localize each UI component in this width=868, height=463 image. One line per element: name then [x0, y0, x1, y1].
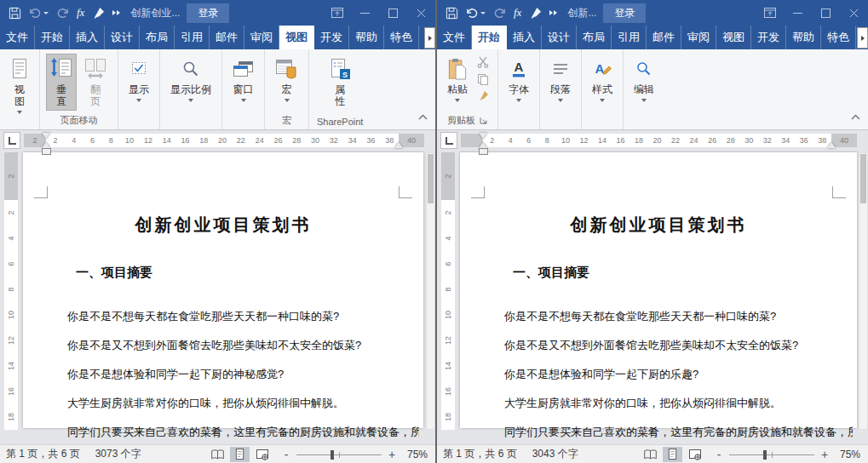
tab-selector[interactable] [3, 132, 20, 149]
zoom-percent[interactable]: 75% [402, 449, 428, 460]
tab-scroll-right-button[interactable] [857, 27, 868, 49]
web-layout-icon[interactable] [685, 447, 704, 462]
menu-tab[interactable]: 引用 [612, 26, 647, 49]
doc-paragraph[interactable]: 同学们只要买来自己喜欢的菜肴，这里有完备的厨房设施和就餐设备，所 [67, 425, 419, 440]
menu-tab[interactable]: 特色 [384, 26, 419, 49]
left-indent-marker[interactable] [42, 148, 51, 155]
format-painter-icon[interactable] [529, 7, 542, 20]
menu-tab[interactable]: 插入 [70, 26, 105, 49]
tab-selector[interactable] [440, 132, 457, 149]
qat-more-icon[interactable] [549, 10, 557, 15]
collapse-ribbon-icon[interactable] [418, 108, 428, 123]
menu-tab[interactable]: 帮助 [786, 26, 821, 49]
close-icon[interactable] [407, 0, 435, 26]
views-button[interactable]: 视图 [6, 54, 33, 117]
redo-icon[interactable] [493, 8, 506, 19]
read-mode-icon[interactable] [641, 447, 660, 462]
doc-paragraph[interactable]: 大学生厨房就非常对你的口味，把你从烦闷徘徊中解脱。 [504, 396, 853, 411]
format-painter-small-icon[interactable] [474, 89, 491, 103]
zoom-slider-thumb[interactable] [763, 450, 767, 460]
zoom-in-button[interactable]: + [820, 448, 829, 461]
document-page[interactable]: 创新创业项目策划书 一、项目摘要 你是不是不想每天都在食堂吃那些天天都一种口味的… [23, 152, 423, 428]
qat-more-icon[interactable] [112, 10, 120, 15]
zoom-slider[interactable] [729, 449, 814, 460]
menu-tab[interactable]: 引用 [175, 26, 210, 49]
menu-tab[interactable]: 邮件 [647, 26, 681, 49]
menu-tab[interactable]: 审阅 [681, 26, 716, 49]
left-indent-marker[interactable] [479, 148, 488, 155]
read-mode-icon[interactable] [208, 447, 227, 462]
save-icon[interactable] [9, 7, 21, 20]
redo-icon[interactable] [56, 8, 69, 19]
paragraph-button[interactable]: 段落 [546, 54, 575, 105]
doc-heading-text[interactable]: 一、项目摘要 [76, 265, 152, 281]
zoom-slider-thumb[interactable] [331, 450, 334, 460]
menu-tab[interactable]: 视图 [716, 26, 751, 49]
menu-tab[interactable]: 帮助 [349, 26, 384, 49]
doc-heading-text[interactable]: 一、项目摘要 [513, 265, 589, 281]
doc-paragraph[interactable]: 你是不是想体验和同学一起下厨的神秘感觉? [67, 367, 419, 382]
zoom-slider[interactable] [296, 449, 382, 460]
close-icon[interactable] [840, 0, 868, 26]
maximize-icon[interactable] [812, 0, 840, 26]
collapse-ribbon-icon[interactable] [851, 108, 860, 123]
copy-icon[interactable] [474, 72, 491, 86]
undo-icon[interactable] [466, 8, 486, 19]
doc-paragraph[interactable]: 大学生厨房就非常对你的口味，把你从烦闷徘徊中解脱。 [67, 396, 419, 411]
minimize-icon[interactable] [351, 0, 379, 26]
login-button[interactable]: 登录 [603, 3, 646, 23]
properties-button[interactable]: S 属性 [325, 54, 355, 111]
dialog-launcher-icon[interactable] [480, 112, 487, 128]
web-layout-icon[interactable] [252, 447, 272, 462]
right-indent-marker[interactable] [827, 142, 836, 148]
zoom-in-button[interactable]: + [388, 448, 396, 461]
hanging-indent-marker[interactable] [42, 142, 50, 148]
right-indent-marker[interactable] [394, 142, 403, 148]
menu-tab[interactable]: 布局 [577, 26, 612, 49]
save-icon[interactable] [445, 7, 458, 20]
hanging-indent-marker[interactable] [479, 142, 487, 148]
zoom-percent[interactable]: 75% [835, 449, 860, 460]
word-count[interactable]: 3043 个字 [532, 447, 578, 461]
menu-tab[interactable]: 审阅 [244, 26, 279, 49]
doc-paragraph[interactable]: 你是不是又不想到外面餐馆去吃那些美味却不太安全的饭菜? [67, 338, 419, 353]
minimize-icon[interactable] [784, 0, 812, 26]
doc-paragraph[interactable]: 你是不是不想每天都在食堂吃那些天天都一种口味的菜? [67, 309, 419, 324]
doc-paragraph[interactable]: 你是不是又不想到外面餐馆去吃那些美味却不太安全的饭菜? [504, 338, 853, 353]
show-button[interactable]: 显示 [124, 54, 153, 105]
styles-button[interactable]: A 样式 [588, 54, 617, 105]
menu-tab[interactable]: 视图 [279, 26, 314, 49]
format-painter-icon[interactable] [92, 7, 105, 20]
font-button[interactable]: A 字体 [504, 54, 533, 105]
menu-tab[interactable]: 特色 [821, 26, 856, 49]
cut-icon[interactable] [474, 55, 491, 69]
formula-icon[interactable]: fx [77, 6, 84, 20]
maximize-icon[interactable] [379, 0, 407, 26]
macros-button[interactable]: 宏 [271, 54, 302, 105]
zoom-out-button[interactable]: - [715, 448, 723, 461]
menu-tab[interactable]: 开发 [314, 26, 349, 49]
tab-scroll-right-button[interactable] [424, 27, 435, 49]
page-indicator[interactable]: 第 1 页，共 6 页 [6, 447, 80, 461]
doc-paragraph[interactable]: 同学们只要买来自己喜欢的菜肴，这里有完备的厨房设施和就餐设备，所 [504, 425, 853, 440]
word-count[interactable]: 3073 个字 [95, 447, 141, 461]
menu-tab[interactable]: 设计 [542, 26, 577, 49]
scrollbar-thumb[interactable] [860, 154, 866, 203]
print-layout-icon[interactable] [230, 447, 250, 462]
doc-title-text[interactable]: 创新创业项目策划书 [460, 214, 857, 237]
print-layout-icon[interactable] [663, 447, 682, 462]
undo-icon[interactable] [29, 8, 49, 19]
scrollbar-thumb[interactable] [428, 154, 434, 203]
menu-tab[interactable]: 开始 [472, 26, 507, 49]
doc-paragraph[interactable]: 你是不是想体验和同学一起下厨的乐趣? [504, 367, 853, 382]
menu-tab[interactable]: 插入 [507, 26, 542, 49]
doc-title-text[interactable]: 创新创业项目策划书 [23, 214, 423, 237]
menu-tab[interactable]: 开始 [35, 26, 70, 49]
first-line-indent-marker[interactable] [479, 133, 487, 139]
first-line-indent-marker[interactable] [42, 133, 50, 139]
editing-button[interactable]: 编辑 [629, 54, 658, 105]
menu-tab[interactable]: 设计 [105, 26, 140, 49]
zoom-out-button[interactable]: - [282, 448, 290, 461]
vertical-scrollbar[interactable] [426, 152, 435, 430]
vertical-button[interactable]: 垂直 [46, 54, 77, 111]
